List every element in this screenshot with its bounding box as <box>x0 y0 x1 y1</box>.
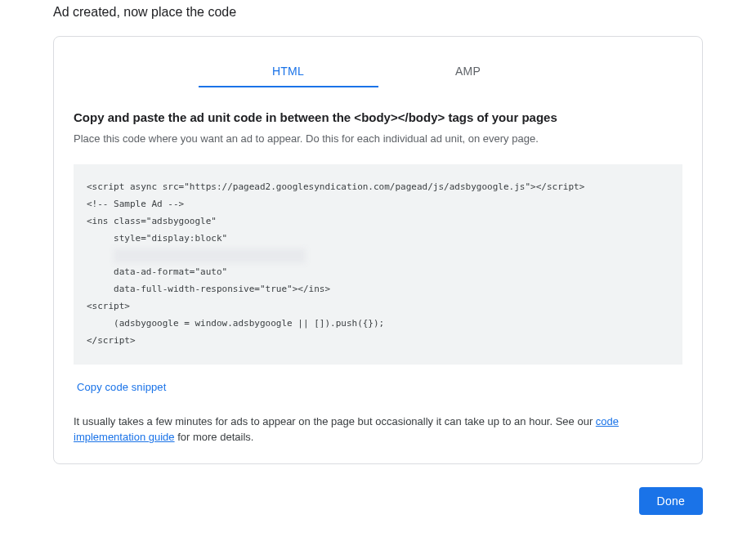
code-line: style="display:block" <box>87 233 227 244</box>
note-suffix: for more details. <box>175 431 254 443</box>
code-line: <ins class="adsbygoogle" <box>87 216 217 226</box>
done-button[interactable]: Done <box>639 487 703 515</box>
code-line: (adsbygoogle = window.adsbygoogle || [])… <box>87 318 384 329</box>
page-title: Ad created, now place the code <box>53 5 703 20</box>
code-line: data-full-width-responsive="true"></ins> <box>87 284 330 294</box>
section-heading: Copy and paste the ad unit code in betwe… <box>74 110 682 124</box>
code-line: <script async src="https://pagead2.googl… <box>87 181 584 192</box>
copy-code-link[interactable]: Copy code snippet <box>77 381 166 393</box>
implementation-note: It usually takes a few minutes for ads t… <box>74 414 682 445</box>
code-line: </script> <box>87 335 136 346</box>
code-line: <script> <box>87 301 130 311</box>
code-snippet[interactable]: <script async src="https://pagead2.googl… <box>74 164 682 365</box>
redacted-line <box>114 248 306 263</box>
code-line: data-ad-format="auto" <box>87 266 227 277</box>
tab-amp[interactable]: AMP <box>378 56 558 87</box>
code-card: HTML AMP Copy and paste the ad unit code… <box>53 36 703 464</box>
footer-actions: Done <box>53 487 703 515</box>
code-line: <!-- Sample Ad --> <box>87 199 184 209</box>
note-prefix: It usually takes a few minutes for ads t… <box>74 415 596 427</box>
tabs: HTML AMP <box>74 56 682 87</box>
section-subheading: Place this code where you want an ad to … <box>74 132 682 145</box>
tab-html[interactable]: HTML <box>199 56 378 87</box>
